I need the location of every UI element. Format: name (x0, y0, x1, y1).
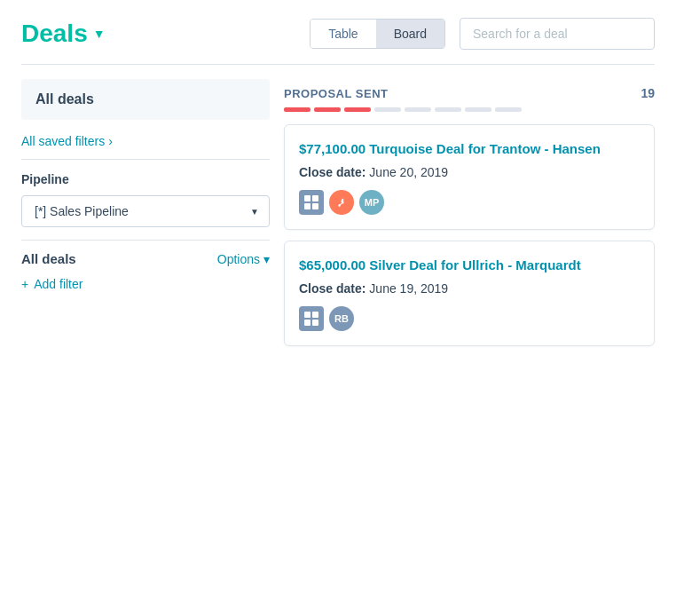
all-saved-filters-link[interactable]: All saved filters › (21, 130, 270, 160)
deal-avatars: MP (299, 190, 640, 215)
progress-bar-seg-7 (465, 107, 491, 112)
options-button[interactable]: Options ▾ (217, 252, 270, 266)
grid-avatar-icon (299, 306, 324, 331)
svg-point-0 (334, 195, 349, 209)
title-area: Deals ▼ (21, 20, 106, 48)
progress-bar-seg-2 (314, 107, 341, 112)
filters-link-label: All saved filters (21, 134, 105, 148)
progress-bar-seg-5 (405, 107, 431, 112)
close-date-value: June 20, 2019 (369, 165, 448, 179)
deal-title[interactable]: $65,000.00 Silver Deal for Ullrich - Mar… (299, 256, 640, 274)
search-wrap (460, 18, 655, 50)
close-date-value: June 19, 2019 (369, 281, 448, 296)
deal-avatars: RB (299, 306, 640, 331)
progress-bar-row (284, 107, 655, 112)
deal-close-date: Close date: June 20, 2019 (299, 165, 640, 179)
hubspot-avatar (329, 190, 354, 215)
close-date-label: Close date: (299, 165, 366, 179)
options-chevron-icon: ▾ (263, 252, 270, 266)
progress-bar-seg-4 (374, 107, 401, 112)
grid-avatar-icon (299, 190, 324, 215)
progress-bar-seg-3 (344, 107, 371, 112)
deal-card: $77,100.00 Turquoise Deal for Trantow - … (284, 124, 655, 230)
mp-avatar: MP (359, 190, 384, 215)
page-header: Deals ▼ Table Board (0, 0, 676, 64)
pipeline-section: Pipeline [*] Sales Pipeline (21, 160, 270, 241)
progress-bar-seg-8 (495, 107, 522, 112)
title-dropdown-icon[interactable]: ▼ (93, 27, 106, 41)
search-input[interactable] (460, 18, 655, 50)
table-view-button[interactable]: Table (310, 20, 375, 48)
deal-title[interactable]: $77,100.00 Turquoise Deal for Trantow - … (299, 139, 640, 158)
close-date-label: Close date: (299, 281, 366, 296)
column-count: 19 (641, 86, 655, 100)
board-column: PROPOSAL SENT 19 $77,100.00 Turquoise De… (284, 79, 655, 357)
sidebar-all-deals-heading: All deals (21, 79, 270, 120)
pipeline-select[interactable]: [*] Sales Pipeline (21, 195, 270, 227)
all-deals-section: All deals Options ▾ (21, 241, 270, 270)
all-deals-section-label: All deals (21, 251, 76, 266)
column-header: PROPOSAL SENT 19 (284, 79, 655, 107)
add-filter-button[interactable]: + Add filter (21, 270, 270, 298)
add-filter-label: Add filter (34, 277, 83, 291)
main-content: All deals All saved filters › Pipeline [… (0, 65, 676, 371)
board-view-button[interactable]: Board (376, 20, 444, 48)
filters-chevron-icon: › (108, 134, 113, 148)
progress-bar-seg-1 (284, 107, 310, 112)
deal-card: $65,000.00 Silver Deal for Ullrich - Mar… (284, 241, 655, 346)
options-label: Options (217, 252, 260, 266)
deal-close-date: Close date: June 19, 2019 (299, 281, 640, 296)
page-title: Deals (21, 20, 88, 48)
sidebar: All deals All saved filters › Pipeline [… (21, 79, 270, 357)
pipeline-label: Pipeline (21, 172, 270, 186)
pipeline-select-wrap: [*] Sales Pipeline (21, 195, 270, 227)
add-filter-plus-icon: + (21, 277, 28, 291)
rb-avatar: RB (329, 306, 354, 331)
progress-bar-seg-6 (435, 107, 461, 112)
view-toggle: Table Board (310, 19, 445, 49)
column-title: PROPOSAL SENT (284, 87, 389, 100)
